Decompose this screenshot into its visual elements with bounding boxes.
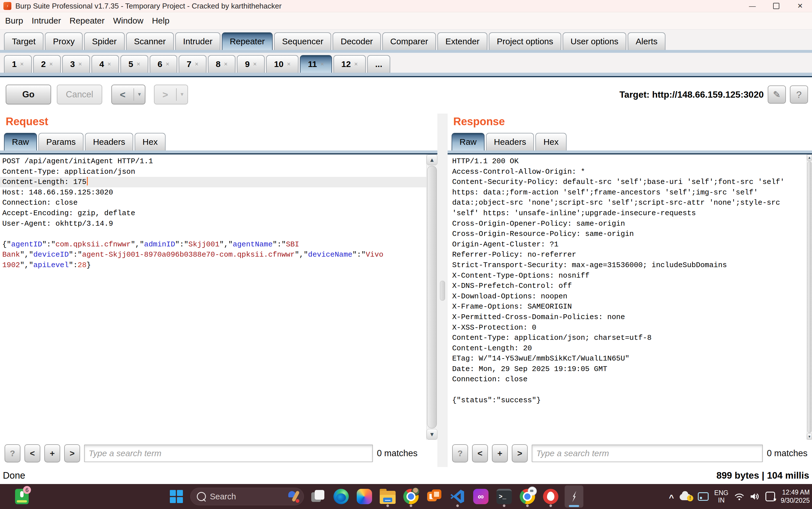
wifi-icon[interactable] <box>734 492 744 501</box>
taskbar-copilot[interactable] <box>355 485 374 508</box>
search-add-button[interactable]: + <box>44 444 60 463</box>
close-button[interactable]: ✕ <box>788 0 812 12</box>
taskbar-chrome-profile[interactable] <box>401 485 420 508</box>
onedrive-warning-icon[interactable]: ! <box>680 492 692 501</box>
cast-icon[interactable] <box>698 492 709 501</box>
repeater-tab-1[interactable]: 1× <box>4 55 32 73</box>
scrollbar-thumb[interactable] <box>427 166 437 429</box>
go-button[interactable]: Go <box>6 84 51 104</box>
request-tab-hex[interactable]: Hex <box>135 133 166 150</box>
menu-item-intruder[interactable]: Intruder <box>32 16 61 26</box>
repeater-tab-12[interactable]: 12× <box>333 55 366 73</box>
help-button[interactable]: ? <box>790 86 808 104</box>
scrollbar-thumb[interactable] <box>808 161 811 433</box>
main-tab-target[interactable]: Target <box>4 32 43 50</box>
scroll-down-icon[interactable]: ▼ <box>807 434 812 440</box>
tab-close-icon[interactable]: × <box>253 61 257 68</box>
tab-close-icon[interactable]: × <box>49 61 53 68</box>
request-scrollbar[interactable]: ▲ ▼ <box>426 155 437 440</box>
repeater-tab-11[interactable]: 11× <box>300 55 332 73</box>
cancel-button[interactable]: Cancel <box>57 84 102 104</box>
menu-item-burp[interactable]: Burp <box>5 16 23 26</box>
main-tab-comparer[interactable]: Comparer <box>382 32 436 50</box>
main-tab-decoder[interactable]: Decoder <box>333 32 381 50</box>
taskbar-burp-suite[interactable] <box>564 485 583 508</box>
main-tab-proxy[interactable]: Proxy <box>45 32 83 50</box>
repeater-tab-7[interactable]: 7× <box>178 55 206 73</box>
response-tab-headers[interactable]: Headers <box>486 133 534 150</box>
taskbar-edge[interactable] <box>332 485 351 508</box>
taskbar-notes-app[interactable]: 6 <box>12 485 31 508</box>
main-tab-repeater[interactable]: Repeater <box>222 32 273 50</box>
edit-target-button[interactable]: ✎ <box>768 86 786 104</box>
tab-close-icon[interactable]: × <box>224 61 228 68</box>
taskbar-red-media-app[interactable] <box>541 485 560 508</box>
tab-close-icon[interactable]: × <box>107 61 111 68</box>
taskbar-vscode[interactable] <box>448 485 467 508</box>
request-tab-headers[interactable]: Headers <box>85 133 133 150</box>
minimize-button[interactable]: — <box>740 0 764 12</box>
start-button[interactable] <box>167 485 186 508</box>
panel-splitter[interactable] <box>437 113 448 467</box>
search-prev-button[interactable]: < <box>25 444 40 463</box>
repeater-tab-4[interactable]: 4× <box>92 55 119 73</box>
request-editor[interactable]: POST /api/agent/initAgent HTTP/1.1Conten… <box>0 155 437 440</box>
main-tab-spider[interactable]: Spider <box>84 32 125 50</box>
tab-close-icon[interactable]: × <box>287 61 291 68</box>
tab-close-icon[interactable]: × <box>166 61 169 68</box>
forward-split-button[interactable]: > ▼ <box>154 84 188 104</box>
main-tab-sequencer[interactable]: Sequencer <box>274 32 331 50</box>
scroll-up-icon[interactable]: ▲ <box>807 155 812 161</box>
request-tab-params[interactable]: Params <box>38 133 84 150</box>
tab-close-icon[interactable]: × <box>137 61 140 68</box>
search-help-button[interactable]: ? <box>452 444 468 463</box>
main-tab-intruder[interactable]: Intruder <box>175 32 220 50</box>
taskbar-terminal[interactable]: >_ <box>495 485 514 508</box>
taskbar-vmware[interactable] <box>425 485 444 508</box>
repeater-tab-6[interactable]: 6× <box>150 55 177 73</box>
search-next-button[interactable]: > <box>512 444 528 463</box>
back-split-button[interactable]: < ▼ <box>111 84 145 104</box>
response-editor[interactable]: HTTP/1.1 200 OKAccess-Control-Allow-Orig… <box>448 155 812 440</box>
tab-close-icon[interactable]: × <box>354 61 358 68</box>
phone-link-icon[interactable]: ♥ <box>766 492 775 501</box>
clock[interactable]: 12:49 AM 9/30/2025 <box>781 488 810 505</box>
taskbar-search-box[interactable]: Search <box>190 488 304 505</box>
tab-close-icon[interactable]: × <box>78 61 82 68</box>
taskbar-file-explorer[interactable] <box>378 485 397 508</box>
taskbar-infinity-app[interactable]: ∞ <box>472 485 490 508</box>
main-tab-user-options[interactable]: User options <box>563 32 626 50</box>
maximize-button[interactable] <box>764 0 788 12</box>
menu-item-window[interactable]: Window <box>113 16 143 26</box>
taskbar-chrome-assistant[interactable] <box>518 485 537 508</box>
repeater-tab-2[interactable]: 2× <box>33 55 61 73</box>
search-next-button[interactable]: > <box>64 444 80 463</box>
main-tab-alerts[interactable]: Alerts <box>628 32 665 50</box>
repeater-tab-3[interactable]: 3× <box>62 55 90 73</box>
response-search-input[interactable] <box>532 445 763 462</box>
repeater-tab-10[interactable]: 10× <box>266 55 298 73</box>
search-prev-button[interactable]: < <box>472 444 488 463</box>
repeater-tab-5[interactable]: 5× <box>121 55 148 73</box>
language-indicator[interactable]: ENGIN <box>714 489 728 504</box>
menu-item-repeater[interactable]: Repeater <box>70 16 104 26</box>
tab-close-icon[interactable]: × <box>20 61 24 68</box>
forward-dropdown-icon[interactable]: ▼ <box>177 92 188 97</box>
search-help-button[interactable]: ? <box>4 444 21 463</box>
tab-close-icon[interactable]: × <box>320 61 324 68</box>
repeater-tab-9[interactable]: 9× <box>237 55 265 73</box>
back-dropdown-icon[interactable]: ▼ <box>134 92 145 97</box>
menu-item-help[interactable]: Help <box>152 16 169 26</box>
request-tab-raw[interactable]: Raw <box>4 133 37 150</box>
repeater-tab-[interactable]: ... <box>367 55 390 73</box>
response-scrollbar[interactable]: ▲ ▼ <box>807 155 812 440</box>
volume-icon[interactable] <box>750 492 760 501</box>
hidden-icons-chevron-icon[interactable]: ^ <box>669 493 674 503</box>
main-tab-project-options[interactable]: Project options <box>489 32 561 50</box>
scroll-down-icon[interactable]: ▼ <box>427 429 437 440</box>
task-view-button[interactable] <box>308 485 327 508</box>
scroll-up-icon[interactable]: ▲ <box>427 155 437 165</box>
search-add-button[interactable]: + <box>492 444 508 463</box>
main-tab-extender[interactable]: Extender <box>437 32 487 50</box>
tab-close-icon[interactable]: × <box>195 61 198 68</box>
